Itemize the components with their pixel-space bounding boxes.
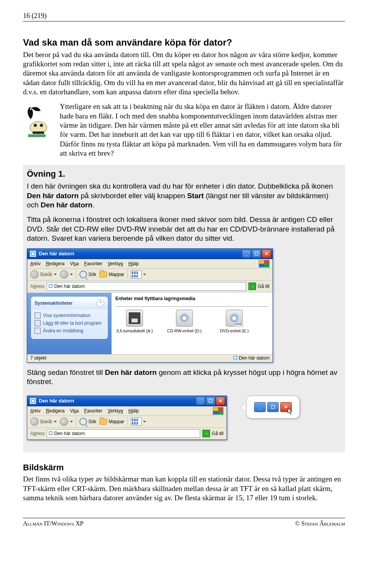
exercise-p3: Stäng sedan fönstret till Den här datorn… [27, 368, 341, 387]
close-callout: _ ☐ ✕ [246, 396, 300, 419]
callout-close-icon: ✕ [280, 402, 292, 412]
window-icon [30, 250, 36, 257]
search-icon [79, 418, 87, 425]
go-arrow-icon: → [202, 430, 210, 437]
menu-verktyg[interactable]: Verktyg [108, 408, 123, 414]
exercise-block: Övning 1. I den här övningen ska du kont… [23, 165, 345, 452]
go-arrow-icon: → [248, 283, 256, 290]
page-number: 16 (219) [23, 11, 345, 21]
address-icon [49, 284, 53, 289]
toolbar: Bakåt Sök Mappar [27, 269, 273, 281]
menu-favoriter[interactable]: Favoriter [84, 261, 102, 267]
footer-left: Allmän IT/Windows XP [23, 520, 84, 527]
drive-cdrw[interactable]: CD-RW-enhet (D:) [165, 310, 204, 333]
windows-flag-icon [213, 407, 223, 415]
svg-point-1 [34, 124, 37, 127]
svg-rect-11 [234, 356, 237, 359]
address-field[interactable]: Den här datorn [47, 282, 246, 291]
go-button[interactable]: → Gå till [202, 430, 223, 437]
paragraph-bildskarm: Det finns två olika typer av bildskärmar… [23, 475, 345, 503]
status-icon [233, 355, 237, 361]
menu-redigera[interactable]: Redigera [46, 261, 65, 267]
addremove-icon [34, 320, 41, 326]
svg-point-2 [40, 124, 43, 127]
collapse-icon[interactable]: ˄ [97, 299, 104, 307]
task-link-sysinfo[interactable]: Visa systeminformation [34, 312, 104, 319]
task-link-addremove[interactable]: Lägg till eller ta bort program [34, 319, 104, 327]
folder-icon [99, 419, 107, 425]
search-button[interactable]: Sök [79, 418, 97, 425]
tip-paragraph: Ytterligare en sak att ta i beaktning nä… [60, 102, 345, 158]
folder-icon [99, 271, 107, 278]
titlebar[interactable]: Den här datorn _ ☐ ✕ [27, 396, 227, 406]
forward-button[interactable] [60, 417, 73, 426]
views-button[interactable] [131, 270, 146, 279]
search-icon [79, 271, 87, 278]
window-title: Den här datorn [39, 398, 194, 404]
maximize-button[interactable]: ☐ [252, 250, 261, 258]
address-bar: Adress Den här datorn → Gå till [27, 428, 227, 440]
floppy-icon [126, 310, 143, 327]
exercise-p2: Titta på ikonerna i fönstret och lokalis… [27, 215, 341, 243]
drive-dvd[interactable]: DVD DVD-enhet (E:) [215, 310, 253, 333]
maximize-button[interactable]: ☐ [206, 397, 215, 405]
menubar: Arkiv Redigera Visa Favoriter Verktyg Hj… [27, 259, 273, 269]
page-footer: Allmän IT/Windows XP © Stefan Ärlemalm [23, 518, 345, 527]
address-field[interactable]: Den här datorn [47, 429, 200, 438]
address-value: Den här datorn [54, 431, 85, 437]
cursor-icon [288, 408, 294, 415]
xp-window-mycomputer: Den här datorn _ ☐ ✕ Arkiv Redigera Visa… [27, 248, 273, 362]
menu-redigera[interactable]: Redigera [46, 408, 65, 414]
callout-maximize-icon: ☐ [267, 402, 279, 412]
menu-visa[interactable]: Visa [70, 408, 79, 414]
task-panel: Systemaktiviteter ˄ Visa systeminformati… [31, 297, 108, 339]
windows-flag-icon [259, 260, 269, 268]
svg-rect-3 [33, 131, 44, 134]
paragraph-intro: Det beror på vad du ska använda datorn t… [23, 50, 345, 97]
window-title: Den här datorn [39, 251, 240, 257]
window-icon [30, 397, 36, 404]
svg-rect-7 [32, 253, 34, 255]
views-button[interactable] [131, 417, 146, 426]
info-icon [34, 312, 41, 319]
back-button[interactable]: Bakåt [30, 270, 57, 279]
menu-arkiv[interactable]: Arkiv [30, 261, 41, 267]
task-panel-title: Systemaktiviteter [34, 301, 72, 306]
footer-right: © Stefan Ärlemalm [295, 520, 345, 527]
back-button[interactable]: Bakåt [30, 417, 57, 426]
group-title: Enheter med flyttbara lagringsmedia [115, 296, 269, 302]
exercise-p1: I den här övningen ska du kontrollera va… [27, 182, 341, 210]
minimize-button[interactable]: _ [242, 250, 251, 258]
views-icon [131, 417, 141, 426]
xp-window-mycomputer-2: Den här datorn _ ☐ ✕ Arkiv Redigera Visa… [27, 396, 227, 440]
menu-verktyg[interactable]: Verktyg [108, 261, 123, 267]
svg-point-4 [30, 108, 31, 110]
menu-hjalp[interactable]: Hjälp [128, 261, 139, 267]
views-icon [131, 270, 141, 279]
titlebar[interactable]: Den här datorn _ ☐ ✕ [27, 249, 273, 259]
minimize-button[interactable]: _ [196, 397, 205, 405]
close-button[interactable]: ✕ [262, 250, 271, 258]
close-button[interactable]: ✕ [216, 397, 225, 405]
go-button[interactable]: → Gå till [248, 283, 269, 290]
menu-arkiv[interactable]: Arkiv [30, 408, 41, 414]
svg-rect-5 [28, 135, 45, 137]
address-bar: Adress Den här datorn → Gå till [27, 281, 273, 292]
status-right: Den här datorn [239, 355, 269, 361]
dvd-icon: DVD [226, 310, 243, 327]
forward-button[interactable] [60, 270, 73, 279]
menubar: Arkiv Redigera Visa Favoriter Verktyg Hj… [27, 406, 227, 416]
folders-button[interactable]: Mappar [99, 271, 124, 278]
folders-button[interactable]: Mappar [99, 419, 124, 425]
svg-rect-15 [49, 432, 52, 434]
menu-hjalp[interactable]: Hjälp [128, 408, 139, 414]
address-icon [49, 431, 53, 437]
settings-icon [34, 328, 41, 334]
menu-visa[interactable]: Visa [70, 261, 79, 267]
drive-floppy[interactable]: 3,5-tumsdiskett (A:) [115, 310, 154, 333]
task-link-settings[interactable]: Ändra en inställning [34, 327, 104, 335]
menu-favoriter[interactable]: Favoriter [84, 408, 102, 414]
search-button[interactable]: Sök [79, 271, 97, 278]
heading-buy-computer: Vad ska man då som användare köpa för da… [23, 37, 345, 49]
toolbar: Bakåt Sök Mappar [27, 416, 227, 428]
